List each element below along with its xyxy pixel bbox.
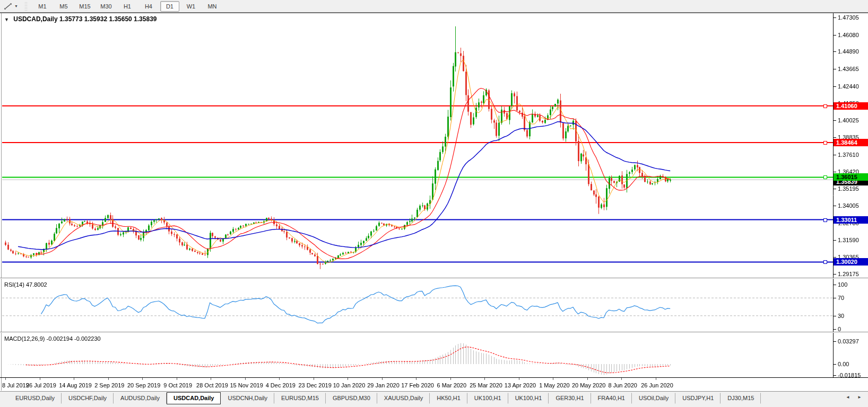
time-axis-label: 23 Dec 2019 <box>298 382 331 388</box>
chart-tab-usdjpy-h1[interactable]: USDJPY,H1 <box>675 393 721 404</box>
trendline-tool-button[interactable]: ▼ <box>2 2 20 11</box>
chart-tab-usoil-daily[interactable]: USOil,Daily <box>632 393 675 404</box>
chart-tab-eurusd-m15[interactable]: EURUSD,M15 <box>274 393 326 404</box>
tab-scroll-left-icon[interactable]: ◄ <box>846 395 853 400</box>
price-axis-label: 1.37610 <box>838 152 859 158</box>
tab-scroll-right-icon[interactable]: ► <box>857 395 865 400</box>
time-axis-label: 2 Sep 2019 <box>94 382 124 388</box>
chart-tab-usdcnh-daily[interactable]: USDCNH,Daily <box>221 393 274 404</box>
chart-tab-dj30-m15[interactable]: DJ30,M15 <box>721 393 761 404</box>
dropdown-caret-icon: ▼ <box>14 4 18 8</box>
timeframe-button-m5[interactable]: M5 <box>54 1 73 12</box>
time-axis-label: 6 Mar 2020 <box>437 382 466 388</box>
macd-scale-label: 0.03297 <box>838 338 859 344</box>
chart-tab-usdcad-daily[interactable]: USDCAD,Daily <box>167 392 221 404</box>
chart-tab-eurusd-daily[interactable]: EURUSD,Daily <box>8 393 62 404</box>
time-axis-label: 17 Feb 2020 <box>401 382 434 388</box>
price-axis-label: 1.34005 <box>838 202 859 209</box>
rsi-scale-label: 30 <box>838 313 844 319</box>
rsi-scale-label: 70 <box>838 295 844 301</box>
timeframe-button-m1[interactable]: M1 <box>33 1 52 12</box>
time-axis-label: 20 Sep 2019 <box>127 382 160 388</box>
time-axis-label: 28 Oct 2019 <box>196 382 228 388</box>
time-axis-label: 1 May 2020 <box>539 382 569 388</box>
time-axis-label: 25 Mar 2020 <box>470 382 502 388</box>
chart-tab-audusd-daily[interactable]: AUDUSD,Daily <box>114 393 167 404</box>
time-axis-label: 8 Jul 2019 <box>2 382 29 388</box>
time-axis-label: 29 Jan 2020 <box>367 382 400 388</box>
price-axis-label: 1.40025 <box>838 117 859 123</box>
chart-title: ▼ USDCAD,Daily 1.35773 1.35932 1.35650 1… <box>4 15 157 23</box>
chart-tab-ger30-h1[interactable]: GER30,H1 <box>549 393 591 404</box>
chart-canvas[interactable] <box>0 0 868 407</box>
chart-tab-bar: EURUSD,DailyUSDCHF,DailyAUDUSD,DailyUSDC… <box>0 391 868 407</box>
chart-tab-fra40-h1[interactable]: FRA40,H1 <box>591 393 632 404</box>
time-axis-label: 13 Apr 2020 <box>505 382 536 388</box>
price-axis-label: 1.42440 <box>838 83 859 90</box>
timeframe-toolbar: M1M5M15M30H1H4D1W1MN <box>32 0 223 12</box>
rsi-scale-label: 100 <box>838 281 847 288</box>
macd-indicator-label: MACD(12,26,9) -0.002194 -0.002230 <box>4 335 101 342</box>
chart-tab-xauusd-daily[interactable]: XAUUSD,Daily <box>377 393 430 404</box>
hline-price-tag: 1.33011 <box>834 216 868 224</box>
price-axis-label: 1.46080 <box>838 32 859 38</box>
chart-tab-hk50-h1[interactable]: HK50,H1 <box>430 393 467 404</box>
time-axis-label: 15 Nov 2019 <box>230 382 263 388</box>
time-axis-label: 14 Aug 2019 <box>59 382 92 388</box>
price-axis-label: 1.35195 <box>838 185 859 192</box>
tab-scroll-arrows: ◄ ► <box>846 395 865 400</box>
chart-symbol-label: USDCAD,Daily <box>13 15 57 23</box>
chart-ohlc-values: 1.35773 1.35932 1.35650 1.35839 <box>59 15 157 23</box>
rsi-scale-label: 0 <box>838 326 841 332</box>
trendline-tool-icon <box>4 3 13 10</box>
window-frame-line <box>0 12 868 13</box>
timeframe-button-m30[interactable]: M30 <box>97 1 116 12</box>
chart-tab-uk100-h1[interactable]: UK100,H1 <box>508 393 549 404</box>
chart-tab-uk100-h1[interactable]: UK100,H1 <box>467 393 508 404</box>
chart-tab-gbpusd-m30[interactable]: GBPUSD,M30 <box>326 393 377 404</box>
time-axis-label: 8 Jun 2020 <box>609 382 637 388</box>
timeframe-button-h1[interactable]: H1 <box>118 1 137 12</box>
timeframe-button-h4[interactable]: H4 <box>139 1 158 12</box>
hline-price-tag: 1.41060 <box>834 102 868 110</box>
time-axis-label: 4 Dec 2019 <box>266 382 296 388</box>
price-axis-label: 1.47305 <box>838 14 859 21</box>
hline-price-tag: 1.30020 <box>834 258 868 266</box>
hline-price-tag: 1.38464 <box>834 139 868 146</box>
timeframe-button-d1[interactable]: D1 <box>160 1 179 12</box>
price-axis-label: 1.29175 <box>838 271 859 277</box>
hline-price-tag: 1.36015 <box>834 173 868 181</box>
time-axis-label: 26 Jul 2019 <box>26 382 56 388</box>
toolbar: ▼ M1M5M15M30H1H4D1W1MN <box>0 0 868 13</box>
time-axis-label: 26 Jun 2020 <box>641 382 673 388</box>
macd-scale-label: -0.01815 <box>838 372 861 378</box>
price-axis-label: 1.44890 <box>838 48 859 55</box>
macd-scale-label: 0.00 <box>838 361 849 367</box>
collapse-chart-icon[interactable]: ▼ <box>4 17 9 22</box>
timeframe-button-mn[interactable]: MN <box>203 1 222 12</box>
time-axis-label: 10 Jan 2020 <box>333 382 366 388</box>
price-axis-label: 1.31590 <box>838 237 859 243</box>
timeframe-button-m15[interactable]: M15 <box>75 1 94 12</box>
toolbar-grip[interactable] <box>25 2 28 11</box>
chart-tab-usdchf-daily[interactable]: USDCHF,Daily <box>62 393 114 404</box>
timeframe-button-w1[interactable]: W1 <box>181 1 201 12</box>
price-axis-label: 1.43665 <box>838 66 859 72</box>
rsi-indicator-label: RSI(14) 47.8002 <box>4 281 47 288</box>
time-axis-label: 9 Oct 2019 <box>163 382 192 388</box>
time-axis-label: 20 May 2020 <box>572 382 606 388</box>
